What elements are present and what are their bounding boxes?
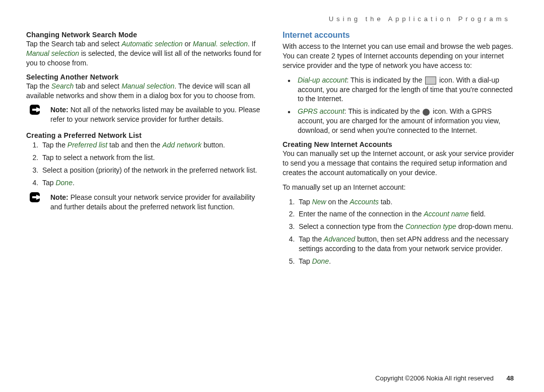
text: . [73, 179, 75, 187]
emphasis: Automatic selection [121, 40, 182, 48]
svg-rect-2 [32, 109, 37, 111]
emphasis: Search [51, 82, 74, 90]
heading-preferred-network-list: Creating a Preferred Network List [26, 131, 262, 139]
note-arrow-icon [29, 192, 44, 203]
note-block-2: Note: Please consult your network servic… [26, 193, 262, 212]
text: Tap the [42, 141, 67, 149]
emphasis: Manual selection [121, 82, 174, 90]
dialup-icon [425, 76, 436, 85]
heading-changing-search-mode: Changing Network Search Mode [26, 31, 262, 39]
emphasis: Add network [162, 141, 201, 149]
emphasis: Preferred list [67, 141, 107, 149]
text: drop-down menu. [456, 222, 513, 230]
note-label: Note: [50, 193, 69, 201]
para-selecting-another-network: Tap the Search tab and select Manual sel… [26, 82, 262, 101]
text: . If [248, 40, 256, 48]
emphasis: Accounts [350, 198, 379, 206]
emphasis: Advanced [324, 235, 355, 243]
text: Tap [299, 198, 312, 206]
emphasis: Manual selection [26, 49, 79, 57]
text: Tap the [299, 235, 324, 243]
text: on the [326, 198, 350, 206]
note-label: Note: [50, 106, 69, 114]
heading-creating-accounts: Creating New Internet Accounts [283, 140, 519, 148]
right-column: Internet accounts With access to the Int… [283, 31, 519, 271]
note-text: Not all of the networks listed may be av… [50, 106, 260, 123]
emphasis: Done [55, 179, 72, 187]
text: Select a connection type from the [299, 222, 405, 230]
list-item: Select a connection type from the Connec… [297, 222, 519, 231]
emphasis: Manual. selection [193, 40, 248, 48]
list-item: GPRS account: This is indicated by the i… [293, 107, 519, 135]
ordered-list-setup: Tap New on the Accounts tab. Enter the n… [283, 197, 519, 266]
text: Tap [299, 257, 312, 265]
emphasis: Connection type [405, 222, 456, 230]
list-item: Enter the name of the connection in the … [297, 209, 519, 219]
columns: Changing Network Search Mode Tap the Sea… [26, 31, 519, 271]
copyright: Copyright ©2006 Nokia All right reserved [375, 374, 494, 382]
page: Using the Application Programs Changing … [0, 0, 544, 281]
para-changing-search-mode: Tap the Search tab and select Automatic … [26, 39, 262, 68]
list-item: Dial-up account: This is indicated by th… [293, 75, 519, 104]
emphasis: GPRS account [298, 107, 345, 115]
heading-selecting-another-network: Selecting Another Network [26, 73, 262, 81]
note-block-1: Note: Not all of the networks listed may… [26, 105, 262, 124]
text: tab and select [74, 82, 121, 90]
text: Enter the name of the connection in the [299, 210, 424, 218]
gprs-icon [423, 109, 430, 116]
text: Tap the Search tab and select [26, 40, 121, 48]
list-item: Tap Done. [40, 178, 262, 188]
ordered-list-preferred: Tap the Preferred list tab and then the … [26, 140, 262, 188]
running-header: Using the Application Programs [26, 15, 519, 23]
list-item: Tap New on the Accounts tab. [297, 197, 519, 207]
emphasis: Account name [424, 210, 469, 218]
text: : This is indicated by the [347, 76, 424, 84]
list-item: Tap to select a network from the list. [40, 153, 262, 163]
para-internet-intro: With access to the Internet you can use … [283, 42, 519, 70]
note-arrow-icon [29, 104, 44, 115]
emphasis: Dial-up account [298, 76, 347, 84]
footer: Copyright ©2006 Nokia All right reserved… [375, 374, 514, 382]
svg-rect-5 [32, 196, 37, 198]
note-text: Please consult your network service prov… [50, 193, 255, 211]
text: : This is indicated by the [345, 107, 422, 115]
list-item: Tap the Advanced button, then set APN ad… [297, 234, 519, 254]
list-item: Select a position (priority) of the netw… [40, 166, 262, 175]
text: . [329, 257, 331, 265]
text: or [183, 40, 193, 48]
list-item: Tap Done. [297, 257, 519, 266]
emphasis: Done [312, 257, 328, 265]
page-number: 48 [507, 374, 514, 382]
emphasis: New [312, 198, 326, 206]
heading-internet-accounts: Internet accounts [283, 31, 519, 40]
bullet-list-accounts: Dial-up account: This is indicated by th… [283, 75, 519, 135]
text: button. [201, 141, 225, 149]
para-manual-setup: To manually set up an Internet account: [283, 183, 519, 192]
para-creating-accounts: You can manually set up the Internet acc… [283, 149, 519, 178]
left-column: Changing Network Search Mode Tap the Sea… [26, 31, 262, 271]
text: Tap [42, 179, 55, 187]
text: tab. [379, 198, 392, 206]
text: field. [469, 210, 486, 218]
text: tab and then the [107, 141, 162, 149]
text: Tap the [26, 82, 51, 90]
list-item: Tap the Preferred list tab and then the … [40, 140, 262, 150]
